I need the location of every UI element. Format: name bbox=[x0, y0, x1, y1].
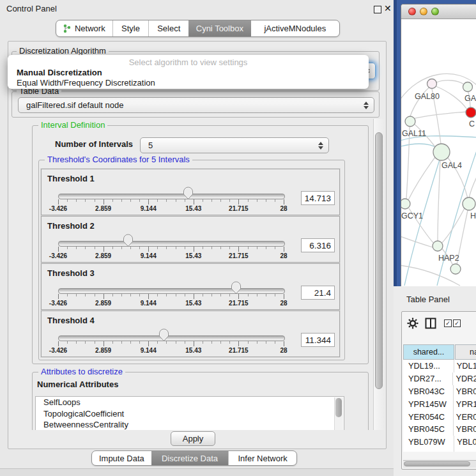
column-header-shared-name[interactable]: shared... bbox=[403, 344, 454, 360]
network-node[interactable] bbox=[433, 241, 443, 251]
slider-tick bbox=[157, 199, 158, 202]
table-row[interactable]: YBL079W YBL0 bbox=[403, 436, 476, 449]
table-horizontal-scrollbar[interactable] bbox=[403, 460, 476, 468]
network-icon bbox=[63, 24, 71, 33]
thresholds-legend: Threshold's Coordinates for 5 Intervals bbox=[45, 155, 192, 164]
threshold-slider-track[interactable] bbox=[58, 194, 285, 199]
close-icon[interactable]: ✕ bbox=[384, 3, 392, 13]
tab-style[interactable]: Style bbox=[112, 20, 149, 36]
slider-tick bbox=[203, 294, 203, 296]
threshold-slider-thumb[interactable] bbox=[183, 187, 194, 200]
slider-tick bbox=[121, 341, 122, 344]
tab-cyni-toolbox[interactable]: Cyni Toolbox bbox=[188, 20, 251, 36]
threshold-value-field[interactable]: 14.713 bbox=[301, 191, 335, 205]
number-of-intervals-label: Number of Intervals bbox=[55, 139, 133, 149]
checkbox-icon[interactable]: ✓ bbox=[444, 319, 452, 327]
settings-scroll-area: Interval Definition Number of Intervals … bbox=[8, 119, 372, 430]
threshold-slider-track[interactable] bbox=[58, 288, 285, 294]
table-row[interactable]: YBR045C YBR0 bbox=[403, 423, 476, 436]
table-row[interactable]: YER054C YER0 bbox=[403, 410, 476, 423]
slider-tick bbox=[121, 199, 122, 202]
slider-tick bbox=[58, 294, 59, 299]
attributes-list-scrollbar[interactable] bbox=[334, 397, 343, 430]
close-window-icon[interactable] bbox=[408, 8, 416, 15]
slider-tick bbox=[76, 294, 77, 296]
checkbox-icon[interactable]: ✓ bbox=[453, 319, 461, 327]
slider-tick bbox=[176, 294, 176, 296]
slider-tick bbox=[157, 341, 158, 344]
threshold-slider-thumb[interactable] bbox=[231, 281, 242, 295]
panel-vertical-scrollbar[interactable] bbox=[373, 119, 383, 430]
slider-tick bbox=[112, 294, 113, 296]
network-node[interactable] bbox=[466, 107, 476, 118]
slider-tick bbox=[166, 199, 167, 202]
table-row[interactable]: YPR145W YPR1 bbox=[403, 397, 476, 410]
minimize-window-icon[interactable] bbox=[420, 8, 427, 15]
tab-impute-data[interactable]: Impute Data bbox=[92, 451, 151, 465]
bottom-tab-bar: Impute Data Discretize Data Infer Networ… bbox=[91, 450, 297, 466]
numerical-attributes-list[interactable]: SelfLoopsTopologicalCoefficientBetweenne… bbox=[35, 396, 344, 430]
network-node[interactable] bbox=[401, 199, 410, 209]
zoom-window-icon[interactable] bbox=[431, 8, 439, 15]
slider-tick bbox=[257, 341, 257, 344]
tab-jactivemnodules[interactable]: jActiveMNodules bbox=[251, 20, 339, 36]
column-header-name[interactable]: na bbox=[455, 344, 476, 360]
tab-select[interactable]: Select bbox=[148, 20, 188, 36]
attribute-list-item[interactable]: BetweennessCentrality bbox=[36, 419, 344, 430]
slider-tick-label: 2.859 bbox=[88, 347, 119, 354]
tab-infer-network-label: Infer Network bbox=[238, 454, 288, 463]
network-nodes[interactable]: GAL80GALCGAL11GAL4GCY1HHAP2 bbox=[401, 79, 476, 275]
threshold-slider-thumb[interactable] bbox=[123, 234, 134, 247]
slider-tick bbox=[112, 247, 113, 249]
table-data-combobox[interactable]: galFiltered.sif default node bbox=[18, 97, 374, 113]
table-row[interactable]: YDR27... YDR2 bbox=[403, 372, 476, 385]
tab-network[interactable]: Network bbox=[56, 20, 112, 36]
slider-tick bbox=[203, 199, 203, 202]
slider-tick bbox=[176, 199, 176, 202]
columns-icon[interactable] bbox=[425, 318, 436, 329]
slider-tick bbox=[266, 294, 266, 296]
slider-tick bbox=[220, 341, 221, 344]
slider-tick bbox=[85, 199, 86, 202]
network-node[interactable] bbox=[450, 264, 461, 274]
network-node[interactable] bbox=[433, 144, 450, 160]
float-window-icon[interactable] bbox=[374, 6, 381, 13]
desktop-edge bbox=[394, 0, 397, 286]
attribute-list-item[interactable]: TopologicalCoefficient bbox=[36, 408, 344, 420]
table-row[interactable]: YLR345W YLR3 bbox=[403, 449, 476, 452]
popup-option-equal-width[interactable]: Equal Width/Frequency Discretization bbox=[17, 78, 155, 88]
threshold-value-field[interactable]: 21.4 bbox=[301, 286, 335, 300]
network-node[interactable] bbox=[405, 116, 415, 127]
slider-tick bbox=[275, 199, 275, 202]
tab-infer-network[interactable]: Infer Network bbox=[228, 451, 296, 465]
threshold-slider-track[interactable] bbox=[58, 335, 285, 341]
tab-discretize-data[interactable]: Discretize Data bbox=[151, 451, 229, 465]
threshold-slider-track[interactable] bbox=[58, 241, 285, 247]
apply-button[interactable]: Apply bbox=[171, 431, 215, 446]
slider-tick bbox=[185, 247, 185, 249]
attribute-list-item[interactable]: SelfLoops bbox=[36, 397, 344, 408]
table-rows[interactable]: YDL19... YDL1 YDR27... YDR2 YBR043C YBR0… bbox=[403, 360, 476, 452]
numerical-attributes-label: Numerical Attributes bbox=[37, 380, 118, 389]
network-node[interactable] bbox=[427, 79, 437, 89]
slider-tick bbox=[220, 199, 221, 202]
network-node-label: GCY1 bbox=[401, 211, 423, 220]
network-window-titlebar[interactable] bbox=[401, 4, 476, 19]
popup-option-manual-discretization[interactable]: Manual Discretization bbox=[17, 68, 102, 77]
slider-tick bbox=[203, 341, 203, 344]
threshold-value-field[interactable]: 6.316 bbox=[301, 238, 335, 252]
network-node[interactable] bbox=[463, 82, 473, 92]
slider-tick bbox=[194, 341, 194, 346]
slider-tick bbox=[284, 247, 284, 252]
number-of-intervals-combobox[interactable]: 5 bbox=[140, 137, 329, 153]
slider-tick bbox=[229, 199, 230, 202]
gear-icon[interactable] bbox=[407, 318, 418, 329]
network-canvas[interactable]: GAL80GALCGAL11GAL4GCY1HHAP2 bbox=[401, 19, 476, 287]
table-row[interactable]: YBR043C YBR0 bbox=[403, 385, 476, 398]
slider-tick-label: -3.426 bbox=[42, 347, 74, 354]
table-row[interactable]: YDL19... YDL1 bbox=[403, 360, 476, 372]
threshold-value-field[interactable]: 11.344 bbox=[301, 333, 335, 347]
network-node[interactable] bbox=[463, 197, 475, 210]
threshold-slider-thumb[interactable] bbox=[158, 328, 169, 342]
algorithm-popup: Select algorithm to view settings Manual… bbox=[8, 55, 369, 89]
